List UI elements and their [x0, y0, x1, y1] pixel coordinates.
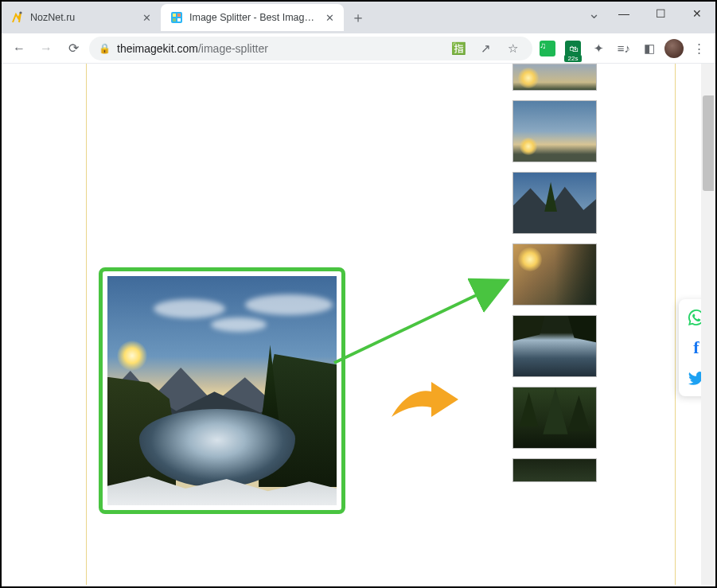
- thumbnail-5[interactable]: [512, 315, 597, 377]
- new-tab-button[interactable]: ＋: [347, 6, 369, 29]
- svg-rect-4: [173, 18, 176, 21]
- vertical-scrollbar[interactable]: [701, 64, 714, 585]
- tab-close-icon[interactable]: ✕: [325, 12, 334, 24]
- side-panel-icon[interactable]: ◧: [639, 38, 660, 59]
- extension-music-icon[interactable]: ♫: [537, 38, 558, 59]
- thumbnail-7[interactable]: [512, 458, 597, 482]
- tab-noznet[interactable]: NozNet.ru ✕: [2, 4, 161, 31]
- titlebar: NozNet.ru ✕ Image Splitter - Best Image …: [2, 2, 715, 33]
- thumbnail-1[interactable]: [512, 64, 597, 91]
- favicon-imagesplitter: [170, 11, 183, 24]
- tab-search-icon[interactable]: ⌄: [582, 2, 606, 25]
- back-button[interactable]: ←: [8, 37, 30, 60]
- toolbar: ← → ⟳ 🔒 theimagekit.com/image-splitter 🈯…: [2, 33, 715, 64]
- forward-button[interactable]: →: [35, 37, 57, 60]
- svg-rect-3: [177, 14, 181, 17]
- svg-marker-13: [520, 392, 539, 426]
- scrollbar-thumb[interactable]: [703, 95, 714, 191]
- source-image-highlight: [99, 267, 345, 514]
- svg-marker-10: [544, 182, 557, 212]
- tab-imagesplitter[interactable]: Image Splitter - Best Image Split ✕: [161, 4, 344, 31]
- source-image[interactable]: [107, 276, 337, 505]
- result-thumbnails: [512, 64, 597, 482]
- reload-button[interactable]: ⟳: [62, 37, 84, 60]
- annotation-arrow-green: [329, 277, 511, 368]
- svg-marker-11: [513, 316, 544, 341]
- window-frame: NozNet.ru ✕ Image Splitter - Best Image …: [0, 0, 717, 588]
- thumbnail-6[interactable]: [512, 387, 597, 449]
- svg-marker-14: [543, 387, 567, 434]
- content-border-left: [86, 64, 87, 585]
- thumbnail-4[interactable]: [512, 243, 597, 306]
- extensions-puzzle-icon[interactable]: ✦: [588, 38, 609, 59]
- close-button[interactable]: ✕: [679, 2, 715, 25]
- svg-point-0: [19, 11, 21, 14]
- thumbnail-2[interactable]: [512, 100, 597, 162]
- svg-rect-2: [173, 14, 176, 17]
- svg-marker-15: [568, 395, 590, 431]
- extension-playlist-icon[interactable]: ≡♪: [614, 38, 634, 59]
- window-controls: ⌄ — ☐ ✕: [582, 2, 715, 25]
- profile-avatar[interactable]: [664, 39, 684, 58]
- tab-title: Image Splitter - Best Image Split: [189, 12, 319, 23]
- maximize-button[interactable]: ☐: [642, 2, 679, 25]
- annotation-arrow-orange: [388, 380, 460, 425]
- page-viewport: f: [3, 64, 714, 585]
- tab-title: NozNet.ru: [30, 12, 136, 23]
- page-content: f: [3, 64, 714, 585]
- share-icon[interactable]: ↗: [475, 38, 496, 59]
- extension-shopping-icon[interactable]: 🛍 22s: [563, 38, 583, 59]
- svg-rect-5: [177, 18, 181, 21]
- tab-close-icon[interactable]: ✕: [142, 12, 151, 24]
- url-text: theimagekit.com/image-splitter: [117, 42, 442, 55]
- bookmark-star-icon[interactable]: ☆: [502, 38, 523, 59]
- thumbnail-3[interactable]: [512, 172, 597, 234]
- minimize-button[interactable]: —: [606, 2, 642, 25]
- translate-icon[interactable]: 🈯: [448, 38, 469, 59]
- address-bar[interactable]: 🔒 theimagekit.com/image-splitter 🈯 ↗ ☆: [89, 37, 532, 60]
- chrome-menu-icon[interactable]: ⋮: [688, 38, 709, 59]
- lock-icon[interactable]: 🔒: [99, 43, 111, 54]
- content-border-right: [675, 64, 676, 585]
- svg-line-8: [334, 283, 501, 363]
- favicon-noznet: [11, 11, 24, 24]
- svg-marker-12: [568, 316, 596, 342]
